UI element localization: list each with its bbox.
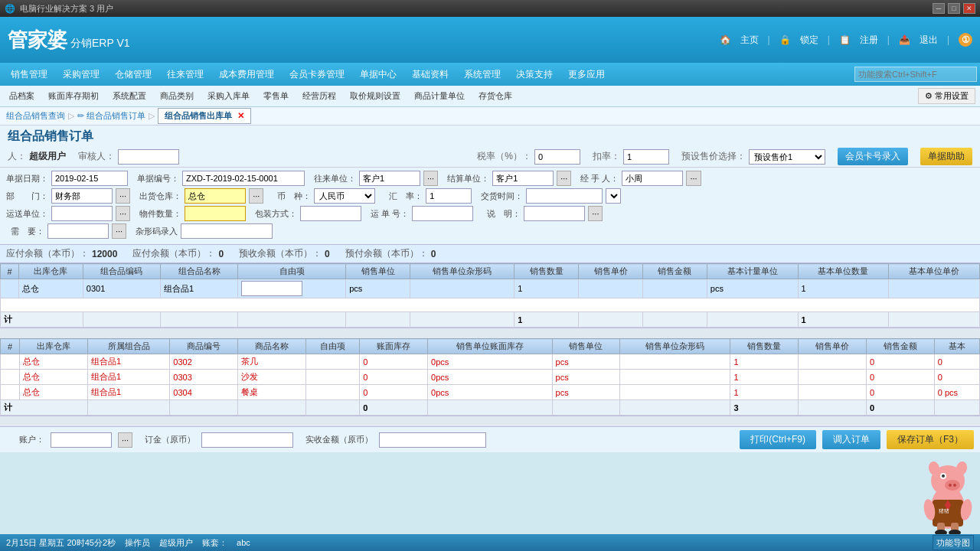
settle-input[interactable] (492, 171, 554, 186)
dept-btn[interactable]: ··· (116, 188, 130, 204)
export-link[interactable]: 退出 (920, 34, 938, 47)
reviewer-input[interactable] (118, 149, 179, 165)
sub-tool-price[interactable]: 取价规则设置 (345, 89, 405, 103)
shipment-input[interactable] (412, 206, 473, 221)
lower-row-2[interactable]: 总仓 组合品1 0303 沙发 0 0pcs pcs 1 0 0 (1, 370, 980, 385)
sub-tool-product[interactable]: 品档案 (5, 89, 39, 103)
export-icon[interactable]: 📤 (899, 34, 910, 45)
package-label: 包装方式： (255, 208, 297, 220)
order-input[interactable] (201, 432, 293, 448)
sum-name (161, 312, 238, 328)
form-area: 单据日期： 单据编号： 往来单位： ··· 结算单位： ··· 经 手 人： ·… (0, 168, 980, 245)
shipping-btn[interactable]: ··· (116, 206, 130, 221)
svg-text:猪猪: 猪猪 (939, 508, 949, 514)
currency-select[interactable]: 人民币 (314, 188, 375, 204)
upper-free-input[interactable] (241, 281, 302, 296)
sub-tool-config[interactable]: 系统配置 (108, 89, 151, 103)
sub-tool-inventory[interactable]: 存货仓库 (474, 89, 517, 103)
menu-warehouse[interactable]: 仓储管理 (107, 63, 159, 86)
note-icon[interactable]: 📋 (839, 34, 851, 45)
upper-table-row[interactable]: 总仓 0301 组合品1 pcs 1 pcs 1 (1, 279, 980, 298)
lower-row-3[interactable]: 总仓 组合品1 0304 餐桌 0 0pcs pcs 1 0 0 pcs (1, 385, 980, 400)
settle-btn[interactable]: ··· (557, 171, 571, 186)
handler-input[interactable] (622, 171, 683, 186)
bc-combo-order[interactable]: ✏ 组合品销售订单 (77, 110, 145, 122)
menu-voucher[interactable]: 单据中心 (352, 63, 404, 86)
lock-icon[interactable]: 🔒 (779, 34, 791, 45)
sum-code (83, 312, 160, 328)
main-search-input[interactable] (854, 67, 977, 82)
need-input[interactable] (47, 223, 109, 239)
menu-basic[interactable]: 基础资料 (404, 63, 456, 86)
upper-scroll[interactable] (0, 328, 980, 338)
receivable-sum: 应付余额（本币）： 0 (132, 247, 224, 260)
exchange-input[interactable] (426, 188, 472, 204)
info-icon[interactable]: ① (959, 33, 972, 47)
import-order-button[interactable]: 调入订单 (822, 430, 880, 449)
upper-data-table: # 出库仓库 组合品编码 组合品名称 自由项 销售单位 销售单位杂形码 销售数量… (0, 263, 980, 328)
date-input[interactable] (51, 171, 128, 186)
sum-amount (642, 312, 707, 328)
menu-system[interactable]: 系统管理 (456, 63, 508, 86)
sub-tool-purchase[interactable]: 采购入库单 (203, 89, 254, 103)
dept-input[interactable] (51, 188, 113, 204)
account-btn[interactable]: ··· (118, 432, 132, 448)
account-input[interactable] (51, 432, 112, 448)
menu-decision[interactable]: 决策支持 (508, 63, 560, 86)
barcode-input[interactable] (181, 223, 273, 239)
menu-more[interactable]: 更多应用 (560, 63, 612, 86)
package-input[interactable] (300, 206, 361, 221)
bc-combo-query[interactable]: 组合品销售查询 (6, 110, 65, 122)
sub-tool-retail[interactable]: 零售单 (259, 89, 293, 103)
lcell-unitcode (620, 354, 730, 370)
partner-btn[interactable]: ··· (423, 171, 438, 186)
parts-input[interactable] (185, 206, 246, 221)
close-button[interactable]: ✕ (963, 3, 975, 14)
partner-input[interactable] (359, 171, 420, 186)
delivery-time-select[interactable] (606, 188, 621, 204)
menu-purchase[interactable]: 采购管理 (55, 63, 107, 86)
remark-input[interactable] (524, 206, 585, 221)
settings-button[interactable]: ⚙ 常用设置 (918, 88, 975, 104)
lcell-price (799, 385, 867, 400)
menu-member[interactable]: 会员卡券管理 (282, 63, 352, 86)
print-button[interactable]: 打印(Ctrl+F9) (740, 430, 816, 449)
sub-tool-history[interactable]: 经营历程 (298, 89, 341, 103)
handler-btn[interactable]: ··· (686, 171, 701, 186)
home-link[interactable]: 主页 (740, 34, 759, 47)
menu-sales[interactable]: 销售管理 (3, 63, 55, 86)
menu-dealings[interactable]: 往来管理 (159, 63, 211, 86)
lcol-unitcode: 销售单位杂形码 (620, 339, 730, 354)
window-controls[interactable]: ─ □ ✕ (933, 3, 975, 14)
help-button[interactable]: 单据助助 (920, 148, 972, 165)
tax-input[interactable] (534, 149, 580, 165)
sub-tool-category[interactable]: 商品类别 (155, 89, 198, 103)
function-map-button[interactable]: 功能导图 (933, 535, 974, 550)
remark-btn[interactable]: ··· (588, 206, 603, 221)
menu-cost[interactable]: 成本费用管理 (211, 63, 282, 86)
save-order-button[interactable]: 保存订单（F3） (887, 430, 974, 449)
note-link[interactable]: 注册 (860, 34, 878, 47)
discount-input[interactable] (623, 149, 669, 165)
sub-tool-unit[interactable]: 商品计量单位 (410, 89, 469, 103)
shipping-input[interactable] (51, 206, 113, 221)
warehouse-input[interactable] (185, 188, 246, 204)
order-no-input[interactable] (182, 171, 305, 186)
lock-link[interactable]: 锁定 (800, 34, 818, 47)
home-icon[interactable]: 🏠 (720, 34, 731, 45)
lower-scroll[interactable] (0, 416, 980, 426)
maximize-button[interactable]: □ (948, 3, 960, 14)
lcell-combo: 组合品1 (88, 370, 170, 385)
svg-marker-10 (945, 500, 951, 511)
member-card-button[interactable]: 会员卡号录入 (838, 148, 908, 165)
minimize-button[interactable]: ─ (933, 3, 945, 14)
sub-tool-ledger[interactable]: 账面库存期初 (44, 89, 103, 103)
lower-row-1[interactable]: 总仓 组合品1 0302 茶几 0 0pcs pcs 1 0 0 (1, 354, 980, 370)
delivery-time-input[interactable] (526, 188, 603, 204)
need-btn[interactable]: ··· (112, 223, 126, 239)
bc-combo-outbound[interactable]: 组合品销售出库单 ✕ (158, 108, 251, 124)
warehouse-btn[interactable]: ··· (249, 188, 263, 204)
price-select[interactable]: 预设售价1 (749, 149, 825, 165)
bc-close-icon[interactable]: ✕ (237, 111, 244, 120)
actual-input[interactable] (379, 432, 486, 448)
